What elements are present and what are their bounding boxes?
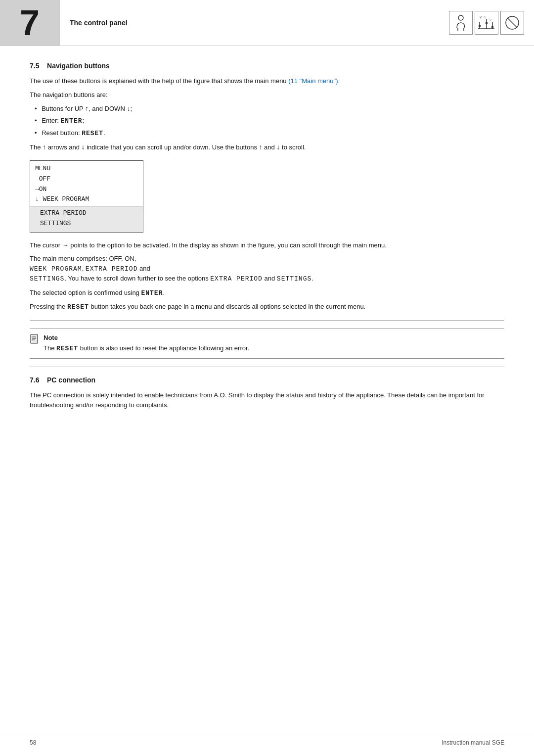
divider-2 xyxy=(30,367,504,367)
page-title: The control panel xyxy=(70,19,128,27)
note-box: Note The RESET button is also used to re… xyxy=(30,329,504,359)
note-icon xyxy=(30,334,39,346)
settings-gauge-icon: Y △ ▽ xyxy=(475,11,498,35)
svg-rect-15 xyxy=(31,334,38,343)
list-item-up-down: Buttons for UP ↑, and DOWN ↓; xyxy=(35,103,504,114)
menu-item-on: →ON xyxy=(35,185,138,195)
nav-buttons-are-text: The navigation buttons are: xyxy=(30,90,504,100)
note-text: The RESET button is also used to reset t… xyxy=(44,343,249,354)
section-7-5: 7.5 Navigation buttons The use of these … xyxy=(30,61,504,367)
page-number: 58 xyxy=(30,739,36,746)
section-7-6-heading: 7.6 PC connection xyxy=(30,375,504,385)
reset-desc-text: Pressing the RESET button takes you back… xyxy=(30,302,504,312)
svg-point-0 xyxy=(458,15,463,20)
main-content: 7.5 Navigation buttons The use of these … xyxy=(0,46,534,433)
forbidden-icon xyxy=(500,11,524,35)
menu-item-week: ↓ WEEK PROGRAM xyxy=(35,194,138,205)
section-7-6: 7.6 PC connection The PC connection is s… xyxy=(30,375,504,410)
page-footer: 58 Instruction manual SGE xyxy=(0,735,534,746)
header-icons: Y △ ▽ xyxy=(439,0,534,46)
section-7-6-title: PC connection xyxy=(47,376,95,384)
main-menu-desc-text: The main menu comprises: OFF, ON, WEEK P… xyxy=(30,254,504,284)
menu-item-settings: SETTINGS xyxy=(40,219,138,229)
scroll-note-text: The ↑ arrows and ↓ indicate that you can… xyxy=(30,142,504,152)
main-menu-link[interactable]: (11 "Main menu"). xyxy=(288,77,340,85)
header-title-area: The control panel xyxy=(59,0,439,46)
list-item-enter: Enter: ENTER; xyxy=(35,116,504,126)
list-item-reset: Reset button: RESET. xyxy=(35,128,504,139)
intro-text: The use of these buttons is explained wi… xyxy=(30,76,504,86)
svg-text:△: △ xyxy=(484,15,486,18)
menu-display: MENU OFF →ON ↓ WEEK PROGRAM EXTRA PERIOD… xyxy=(30,160,143,233)
person-icon xyxy=(449,11,473,35)
svg-text:▽: ▽ xyxy=(490,18,492,21)
svg-text:Y: Y xyxy=(480,16,482,19)
svg-rect-9 xyxy=(491,26,493,28)
manual-title: Instruction manual SGE xyxy=(442,739,504,746)
section-7-5-title: Navigation buttons xyxy=(47,62,110,70)
section-7-5-number: 7.5 xyxy=(30,62,39,70)
menu-bottom-section: EXTRA PERIOD SETTINGS xyxy=(30,206,143,232)
svg-line-14 xyxy=(507,18,517,28)
divider-1 xyxy=(30,320,504,321)
svg-rect-5 xyxy=(479,25,481,27)
note-content: Note The RESET button is also used to re… xyxy=(44,334,249,354)
nav-buttons-list: Buttons for UP ↑, and DOWN ↓; Enter: ENT… xyxy=(35,103,504,138)
cursor-desc-text: The cursor → points to the option to be … xyxy=(30,240,504,250)
page: 7 The control panel Y xyxy=(0,0,534,756)
svg-rect-7 xyxy=(486,22,488,24)
menu-item-off: OFF xyxy=(35,174,138,185)
pc-connection-text: The PC connection is solely intended to … xyxy=(30,390,504,410)
menu-top-section: MENU OFF →ON ↓ WEEK PROGRAM xyxy=(30,161,143,206)
section-7-5-heading: 7.5 Navigation buttons xyxy=(30,61,504,71)
confirm-desc-text: The selected option is confirmed using E… xyxy=(30,288,504,298)
chapter-number: 7 xyxy=(0,0,59,46)
menu-item-extra: EXTRA PERIOD xyxy=(40,208,138,219)
section-7-6-number: 7.6 xyxy=(30,376,39,384)
menu-item-menu: MENU xyxy=(35,164,138,174)
note-title: Note xyxy=(44,334,249,341)
page-header: 7 The control panel Y xyxy=(0,0,534,46)
